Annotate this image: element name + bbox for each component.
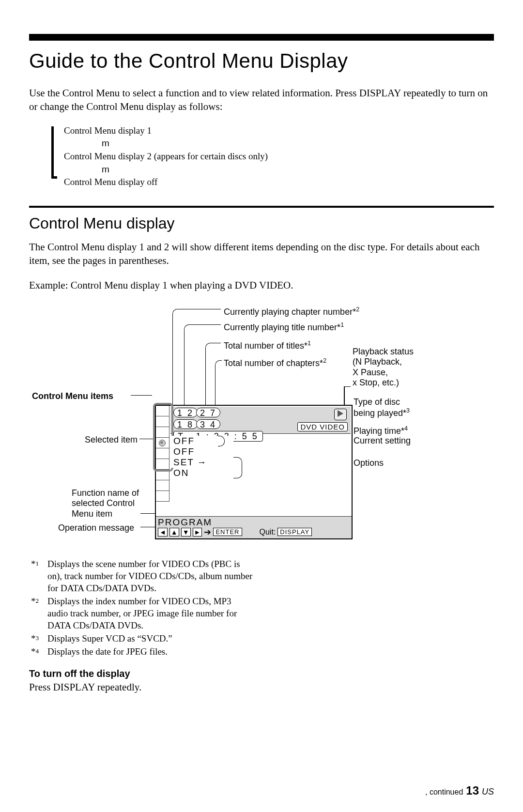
- leadline: [139, 439, 157, 440]
- example-text: Example: Control Menu display 1 when pla…: [29, 279, 494, 291]
- setting-off-2: OFF: [170, 446, 233, 457]
- leadline: [344, 386, 351, 387]
- footnote-1: Displays the scene number for VIDEO CDs …: [47, 558, 254, 594]
- section-heading: Control Menu display: [29, 214, 494, 232]
- key-down-icon: ▼: [181, 528, 191, 536]
- label-disc-type: Type of disc being played*3: [354, 397, 410, 419]
- leadline: [131, 395, 152, 396]
- seq-arrow-1: m: [102, 137, 268, 150]
- play-status-box: [334, 409, 347, 420]
- leadline: [140, 513, 155, 514]
- label-total-titles: Total number of titles*1: [224, 340, 311, 352]
- chapter-total-pill: 3 4: [196, 419, 220, 429]
- footnote-3: Displays Super VCD as “SVCD.”: [47, 632, 172, 644]
- seq-arrow-2: m: [102, 163, 268, 176]
- page-number: 13: [466, 784, 479, 797]
- arrow-right-icon: →: [197, 457, 207, 468]
- seq-line-2: Control Menu display 2 (appears for cert…: [64, 151, 268, 161]
- footnotes: *1Displays the scene number for VIDEO CD…: [31, 558, 254, 658]
- control-menu-panel: 1 22 7 1 83 4 T 1 : 3 2 : 5 5 DVD VIDEO …: [155, 405, 353, 539]
- label-selected-item: Selected item: [79, 435, 138, 445]
- intro-text: Use the Control Menu to select a functio…: [29, 86, 494, 114]
- label-options: Options: [354, 458, 384, 469]
- region-code: US: [482, 787, 494, 797]
- seq-line-3: Control Menu display off: [64, 177, 157, 187]
- label-control-menu-items: Control Menu items: [32, 391, 113, 402]
- title-current-pill: 1 2: [173, 408, 198, 417]
- label-playback-status: Playback status (N Playback, X Pause, x …: [353, 347, 414, 388]
- top-rule: [29, 34, 494, 41]
- sequence-bracket: [51, 126, 57, 179]
- section-rule: [29, 206, 494, 208]
- label-playing-time: Playing time*4: [354, 425, 408, 437]
- title-total-pill: 2 7: [196, 408, 220, 417]
- program-label: PROGRAM: [158, 517, 212, 528]
- page-title: Guide to the Control Menu Display: [29, 49, 494, 73]
- footnote-4: Displays the date for JPEG files.: [47, 645, 168, 658]
- key-display: DISPLAY: [277, 528, 312, 536]
- display-sequence: Control Menu display 1 m Control Menu di…: [51, 124, 494, 188]
- continued-text: , continued: [425, 788, 463, 797]
- play-icon: [338, 410, 343, 417]
- key-enter: ENTER: [213, 528, 242, 536]
- chapter-current-pill: 1 8: [173, 419, 198, 429]
- turn-off-text: Press DISPLAY repeatedly.: [29, 681, 494, 693]
- label-current-setting: Current setting: [354, 436, 411, 446]
- options-bracket: [233, 457, 242, 478]
- selected-item-marker: [159, 440, 166, 446]
- quit-label: Quit:: [260, 528, 276, 536]
- key-up-icon: ▲: [169, 528, 179, 536]
- control-menu-diagram: Currently playing chapter number*2 Curre…: [29, 300, 494, 552]
- leadline: [140, 527, 155, 528]
- setting-on: ON: [170, 468, 233, 478]
- page-footer: , continued 13US: [425, 784, 494, 797]
- footnote-2: Displays the index number for VIDEO CDs,…: [47, 595, 254, 631]
- setting-set: SET→: [170, 457, 233, 468]
- label-title-number: Currently playing title number*1: [224, 322, 344, 333]
- label-total-chapters: Total number of chapters*2: [224, 357, 326, 369]
- label-chapter-number: Currently playing chapter number*2: [224, 306, 359, 318]
- label-operation-message: Operation message: [58, 523, 134, 534]
- arrow-right-icon: ➔: [204, 527, 211, 537]
- label-function-name: Function name of selected Control Menu i…: [72, 488, 139, 520]
- key-right-icon: ►: [193, 528, 202, 536]
- section-paragraph: The Control Menu display 1 and 2 will sh…: [29, 240, 494, 268]
- turn-off-heading: To turn off the display: [29, 668, 494, 679]
- seq-line-1: Control Menu display 1: [64, 125, 152, 136]
- disc-type-tag: DVD VIDEO: [297, 422, 348, 431]
- key-left-icon: ◄: [158, 528, 168, 536]
- operation-row: ◄ ▲ ▼ ► ➔ ENTER Quit: DISPLAY: [158, 527, 312, 537]
